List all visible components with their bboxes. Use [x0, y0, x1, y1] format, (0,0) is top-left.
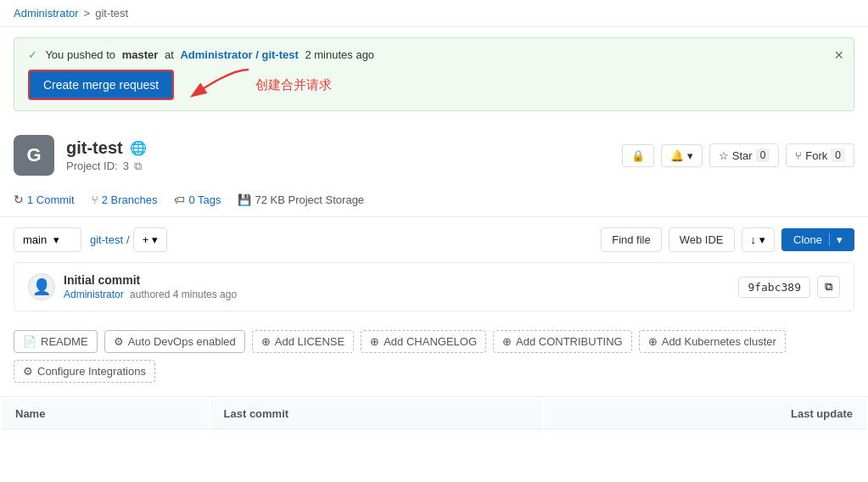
star-icon: ☆ — [719, 149, 729, 162]
changelog-label: Add CHANGELOG — [384, 335, 477, 348]
branch-chevron-icon: ▾ — [53, 233, 59, 246]
globe-icon: 🌐 — [130, 140, 147, 156]
add-changelog-button[interactable]: ⊕ Add CHANGELOG — [361, 330, 486, 353]
integrations-icon: ⚙ — [23, 365, 33, 378]
storage-stat: 💾 72 KB Project Storage — [238, 193, 364, 206]
add-file-button[interactable]: + ▾ — [133, 227, 168, 252]
project-id: Project ID: 3 ⧉ — [66, 160, 610, 173]
breadcrumb-admin-link[interactable]: Administrator — [14, 7, 79, 20]
commit-right: 9fabc389 ⧉ — [738, 276, 840, 298]
branches-stat: ⑂ 2 Branches — [92, 193, 158, 206]
stats-bar: ↻ 1 Commit ⑂ 2 Branches 🏷 0 Tags 💾 72 KB… — [0, 186, 868, 217]
devops-icon: ⚙ — [114, 335, 124, 348]
security-button[interactable]: 🔒 — [622, 144, 654, 167]
project-header: G git-test 🌐 Project ID: 3 ⧉ 🔒 🔔 ▾ ☆ Sta… — [0, 121, 868, 186]
add-k8s-button[interactable]: ⊕ Add Kubernetes cluster — [639, 330, 786, 353]
commit-icon: ↻ — [14, 193, 24, 206]
configure-integrations-button[interactable]: ⚙ Configure Integrations — [14, 360, 155, 383]
storage-icon: 💾 — [238, 193, 251, 206]
k8s-icon: ⊕ — [648, 335, 658, 348]
contributing-icon: ⊕ — [502, 335, 512, 348]
branch-selector[interactable]: main ▾ — [14, 227, 81, 252]
k8s-label: Add Kubernetes cluster — [662, 335, 776, 348]
web-ide-button[interactable]: Web IDE — [669, 227, 735, 252]
commit-hash[interactable]: 9fabc389 — [738, 277, 810, 298]
project-name: git-test — [66, 138, 123, 158]
add-icon: + — [143, 233, 149, 246]
license-label: Add LICENSE — [275, 335, 344, 348]
project-name-row: git-test 🌐 — [66, 138, 610, 158]
tags-link[interactable]: 0 Tags — [188, 193, 221, 206]
commit-avatar: 👤 — [28, 273, 55, 300]
project-info: git-test 🌐 Project ID: 3 ⧉ — [66, 138, 610, 173]
push-branch: master — [122, 48, 159, 61]
commit-time: authored 4 minutes ago — [130, 289, 237, 300]
breadcrumb: Administrator > git-test — [0, 0, 868, 27]
commit-author-link[interactable]: Administrator — [64, 289, 124, 300]
branch-icon: ⑂ — [92, 193, 98, 206]
find-file-button[interactable]: Find file — [601, 227, 662, 252]
close-notice-button[interactable]: × — [834, 47, 843, 64]
download-button[interactable]: ↓ ▾ — [742, 227, 776, 252]
project-avatar: G — [14, 135, 54, 176]
add-contributing-button[interactable]: ⊕ Add CONTRIBUTING — [493, 330, 632, 353]
contributing-label: Add CONTRIBUTING — [516, 335, 623, 348]
commit-row: 👤 Initial commit Administrator authored … — [14, 262, 854, 311]
project-id-value: 3 — [123, 160, 129, 172]
col-update: Last update — [545, 399, 866, 429]
toolbar: main ▾ git-test / + ▾ Find file Web IDE … — [0, 217, 868, 262]
col-commit: Last commit — [210, 399, 543, 429]
file-table: Name Last commit Last update — [0, 396, 868, 431]
integrations-label: Configure Integrations — [37, 365, 146, 378]
star-count: 0 — [756, 149, 770, 162]
copy-hash-button[interactable]: ⧉ — [817, 276, 840, 298]
avatar-icon: 👤 — [32, 277, 51, 296]
project-id-label: Project ID: — [66, 160, 118, 172]
readme-label: README — [41, 335, 88, 348]
star-label: Star — [732, 149, 753, 162]
file-table-header: Name Last commit Last update — [2, 399, 866, 429]
notifications-button[interactable]: 🔔 ▾ — [661, 144, 703, 167]
push-text-suffix: 2 minutes ago — [305, 48, 374, 61]
path-breadcrumb: git-test / + ▾ — [90, 227, 167, 252]
add-license-button[interactable]: ⊕ Add LICENSE — [252, 330, 354, 353]
branches-link[interactable]: 2 Branches — [102, 193, 158, 206]
add-chevron-icon: ▾ — [152, 233, 158, 246]
path-sep: / — [126, 233, 130, 246]
readme-button[interactable]: 📄 README — [14, 330, 98, 353]
clone-label: Clone — [793, 233, 822, 246]
fork-count: 0 — [831, 149, 845, 162]
commits-link[interactable]: 1 Commit — [27, 193, 75, 206]
clone-button[interactable]: Clone ▾ — [781, 228, 854, 251]
push-text-prefix: You pushed to — [45, 48, 115, 61]
breadcrumb-sep: > — [84, 7, 91, 20]
auto-devops-button[interactable]: ⚙ Auto DevOps enabled — [104, 330, 245, 353]
create-merge-annotation: 创建合并请求 — [255, 77, 332, 93]
breadcrumb-repo: git-test — [95, 7, 128, 20]
project-actions: 🔒 🔔 ▾ ☆ Star 0 ⑂ Fork 0 — [622, 143, 854, 167]
download-icon: ↓ — [751, 233, 757, 246]
copy-id-icon[interactable]: ⧉ — [134, 160, 142, 173]
readme-icon: 📄 — [23, 335, 36, 348]
branch-name: main — [23, 233, 47, 246]
fork-button[interactable]: ⑂ Fork 0 — [786, 143, 854, 167]
commit-message: Initial commit — [64, 273, 237, 287]
push-repo-link[interactable]: Administrator / git-test — [180, 48, 298, 61]
tags-stat: 🏷 0 Tags — [174, 193, 221, 206]
download-chevron-icon: ▾ — [759, 233, 765, 246]
fork-icon: ⑂ — [795, 149, 802, 162]
commit-sub: Administrator authored 4 minutes ago — [64, 289, 237, 300]
toolbar-right: Find file Web IDE ↓ ▾ Clone ▾ — [601, 227, 854, 252]
create-merge-request-button[interactable]: Create merge request — [28, 70, 174, 100]
path-repo-link[interactable]: git-test — [90, 233, 123, 246]
bell-icon: 🔔 — [670, 149, 684, 162]
file-actions: 📄 README ⚙ Auto DevOps enabled ⊕ Add LIC… — [0, 322, 868, 393]
storage-label: 72 KB Project Storage — [255, 193, 364, 206]
notice-check-icon: ✓ — [28, 48, 37, 61]
push-notice-text: ✓ You pushed to master at Administrator … — [28, 48, 840, 61]
devops-label: Auto DevOps enabled — [128, 335, 236, 348]
star-button[interactable]: ☆ Star 0 — [709, 143, 780, 167]
arrow-decoration — [189, 61, 257, 104]
col-name: Name — [2, 399, 209, 429]
commits-stat: ↻ 1 Commit — [14, 193, 75, 206]
